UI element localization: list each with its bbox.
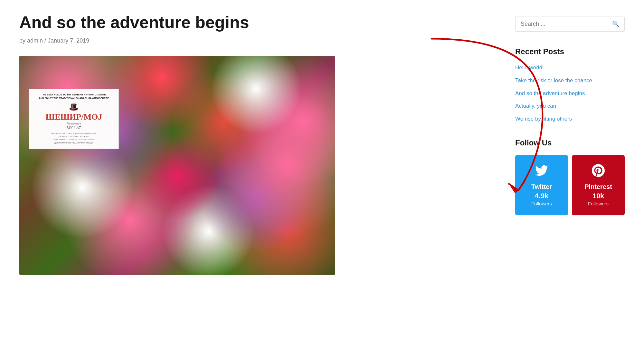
twitter-count: 4.9k (535, 192, 549, 200)
sign-name-cyrillic: ШЕШИР/МОЈ (33, 113, 114, 121)
search-input[interactable] (521, 21, 612, 27)
list-item: And so the adventure begins (515, 90, 625, 97)
twitter-followers-label: Followers (531, 201, 552, 206)
restaurant-sign: THE BEST PLACE TO TRY SERBIAN NATIONAL C… (29, 89, 119, 149)
post-meta-by: by (19, 37, 25, 44)
follow-us-title: Follow Us (515, 138, 625, 147)
post-image: THE BEST PLACE TO TRY SERBIAN NATIONAL C… (19, 56, 335, 275)
list-item: We rise by lifting others (515, 115, 625, 123)
twitter-name: Twitter (531, 183, 552, 191)
search-box[interactable]: 🔍 (515, 16, 625, 32)
hat-icon: 🎩 (33, 103, 114, 112)
post-author: admin (27, 37, 43, 44)
pinterest-count: 10k (592, 192, 604, 200)
sign-name-latin: MY HAT (33, 126, 114, 130)
post-title: And so the adventure begins (19, 13, 335, 32)
recent-posts-section: Recent Posts Hello world! Take the risk … (515, 47, 625, 123)
sidebar: 🔍 Recent Posts Hello world! Take the ris… (515, 13, 625, 341)
main-content: And so the adventure begins by admin / J… (19, 13, 335, 341)
list-item: Take the risk or lose the chance (515, 77, 625, 84)
follow-us-section: Follow Us Twitter 4.9k Followers (515, 138, 625, 215)
sign-awards: НАЈБОЉИ РЕСТОРАН У ДРУШТВЕНОЈ ЕВРОПИНАЈБ… (33, 132, 114, 144)
sign-top-text: THE BEST PLACE TO TRY SERBIAN NATIONAL C… (33, 93, 114, 100)
search-icon: 🔍 (612, 20, 619, 27)
follow-cards: Twitter 4.9k Followers Pinterest 10k Fol… (515, 155, 625, 215)
list-item: Actually, you can (515, 102, 625, 110)
recent-post-link-5[interactable]: We rise by lifting others (515, 116, 572, 122)
recent-post-link-3[interactable]: And so the adventure begins (515, 90, 585, 96)
recent-post-link-2[interactable]: Take the risk or lose the chance (515, 77, 592, 84)
post-meta-separator: / (44, 37, 46, 44)
list-item: Hello world! (515, 64, 625, 72)
recent-post-link-4[interactable]: Actually, you can (515, 103, 556, 109)
recent-posts-title: Recent Posts (515, 47, 625, 56)
twitter-icon (535, 164, 548, 180)
twitter-follow-card[interactable]: Twitter 4.9k Followers (515, 155, 568, 215)
sign-restaurant-label: Restaurant (33, 122, 114, 125)
recent-post-link-1[interactable]: Hello world! (515, 64, 544, 71)
post-date: January 7, 2019 (48, 37, 89, 44)
pinterest-icon (592, 164, 605, 180)
pinterest-follow-card[interactable]: Pinterest 10k Followers (572, 155, 625, 215)
post-meta: by admin / January 7, 2019 (19, 37, 335, 44)
pinterest-followers-label: Followers (588, 201, 609, 206)
recent-posts-list: Hello world! Take the risk or lose the c… (515, 64, 625, 123)
pinterest-name: Pinterest (584, 183, 612, 191)
